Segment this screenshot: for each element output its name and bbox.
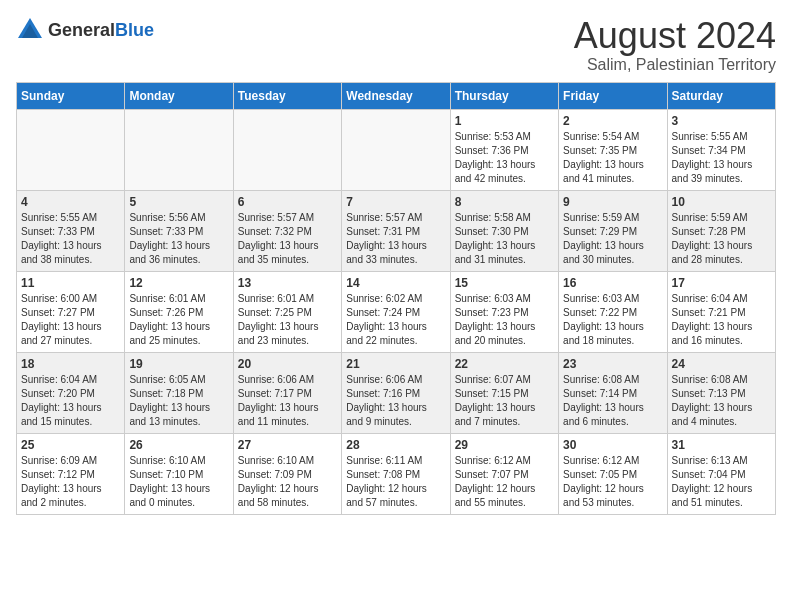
day-info: Sunrise: 5:59 AM Sunset: 7:29 PM Dayligh…: [563, 211, 662, 267]
logo-blue: Blue: [115, 20, 154, 40]
header: GeneralBlue August 2024 Salim, Palestini…: [16, 16, 776, 74]
day-number: 29: [455, 438, 554, 452]
week-row: 18Sunrise: 6:04 AM Sunset: 7:20 PM Dayli…: [17, 352, 776, 433]
day-info: Sunrise: 6:09 AM Sunset: 7:12 PM Dayligh…: [21, 454, 120, 510]
day-info: Sunrise: 6:06 AM Sunset: 7:17 PM Dayligh…: [238, 373, 337, 429]
calendar-cell: 17Sunrise: 6:04 AM Sunset: 7:21 PM Dayli…: [667, 271, 775, 352]
day-number: 20: [238, 357, 337, 371]
calendar-subtitle: Salim, Palestinian Territory: [574, 56, 776, 74]
calendar-cell: 23Sunrise: 6:08 AM Sunset: 7:14 PM Dayli…: [559, 352, 667, 433]
logo-icon: [16, 16, 44, 44]
day-info: Sunrise: 6:01 AM Sunset: 7:25 PM Dayligh…: [238, 292, 337, 348]
day-info: Sunrise: 6:03 AM Sunset: 7:23 PM Dayligh…: [455, 292, 554, 348]
day-number: 5: [129, 195, 228, 209]
calendar-cell: 24Sunrise: 6:08 AM Sunset: 7:13 PM Dayli…: [667, 352, 775, 433]
logo: GeneralBlue: [16, 16, 154, 44]
calendar-cell: 30Sunrise: 6:12 AM Sunset: 7:05 PM Dayli…: [559, 433, 667, 514]
calendar-cell: 6Sunrise: 5:57 AM Sunset: 7:32 PM Daylig…: [233, 190, 341, 271]
day-number: 4: [21, 195, 120, 209]
calendar-cell: 26Sunrise: 6:10 AM Sunset: 7:10 PM Dayli…: [125, 433, 233, 514]
day-info: Sunrise: 6:02 AM Sunset: 7:24 PM Dayligh…: [346, 292, 445, 348]
calendar-cell: 3Sunrise: 5:55 AM Sunset: 7:34 PM Daylig…: [667, 109, 775, 190]
calendar-cell: [233, 109, 341, 190]
day-info: Sunrise: 6:08 AM Sunset: 7:14 PM Dayligh…: [563, 373, 662, 429]
calendar-title: August 2024: [574, 16, 776, 56]
title-area: August 2024 Salim, Palestinian Territory: [574, 16, 776, 74]
day-number: 22: [455, 357, 554, 371]
day-number: 11: [21, 276, 120, 290]
day-info: Sunrise: 6:11 AM Sunset: 7:08 PM Dayligh…: [346, 454, 445, 510]
calendar-cell: 29Sunrise: 6:12 AM Sunset: 7:07 PM Dayli…: [450, 433, 558, 514]
day-number: 7: [346, 195, 445, 209]
calendar-cell: 19Sunrise: 6:05 AM Sunset: 7:18 PM Dayli…: [125, 352, 233, 433]
day-info: Sunrise: 5:53 AM Sunset: 7:36 PM Dayligh…: [455, 130, 554, 186]
day-number: 23: [563, 357, 662, 371]
calendar-cell: 31Sunrise: 6:13 AM Sunset: 7:04 PM Dayli…: [667, 433, 775, 514]
week-row: 25Sunrise: 6:09 AM Sunset: 7:12 PM Dayli…: [17, 433, 776, 514]
day-info: Sunrise: 5:55 AM Sunset: 7:34 PM Dayligh…: [672, 130, 771, 186]
day-info: Sunrise: 6:01 AM Sunset: 7:26 PM Dayligh…: [129, 292, 228, 348]
day-info: Sunrise: 6:10 AM Sunset: 7:10 PM Dayligh…: [129, 454, 228, 510]
day-number: 18: [21, 357, 120, 371]
calendar-cell: 1Sunrise: 5:53 AM Sunset: 7:36 PM Daylig…: [450, 109, 558, 190]
day-number: 8: [455, 195, 554, 209]
day-info: Sunrise: 6:12 AM Sunset: 7:07 PM Dayligh…: [455, 454, 554, 510]
day-info: Sunrise: 5:56 AM Sunset: 7:33 PM Dayligh…: [129, 211, 228, 267]
calendar-cell: 11Sunrise: 6:00 AM Sunset: 7:27 PM Dayli…: [17, 271, 125, 352]
calendar-cell: 10Sunrise: 5:59 AM Sunset: 7:28 PM Dayli…: [667, 190, 775, 271]
header-row: SundayMondayTuesdayWednesdayThursdayFrid…: [17, 82, 776, 109]
calendar-cell: 8Sunrise: 5:58 AM Sunset: 7:30 PM Daylig…: [450, 190, 558, 271]
day-info: Sunrise: 5:58 AM Sunset: 7:30 PM Dayligh…: [455, 211, 554, 267]
calendar-cell: 14Sunrise: 6:02 AM Sunset: 7:24 PM Dayli…: [342, 271, 450, 352]
day-number: 30: [563, 438, 662, 452]
day-number: 16: [563, 276, 662, 290]
header-cell-sunday: Sunday: [17, 82, 125, 109]
day-number: 14: [346, 276, 445, 290]
day-number: 12: [129, 276, 228, 290]
day-number: 31: [672, 438, 771, 452]
header-cell-saturday: Saturday: [667, 82, 775, 109]
day-number: 15: [455, 276, 554, 290]
day-info: Sunrise: 6:13 AM Sunset: 7:04 PM Dayligh…: [672, 454, 771, 510]
calendar-cell: 18Sunrise: 6:04 AM Sunset: 7:20 PM Dayli…: [17, 352, 125, 433]
day-info: Sunrise: 6:05 AM Sunset: 7:18 PM Dayligh…: [129, 373, 228, 429]
day-info: Sunrise: 5:57 AM Sunset: 7:31 PM Dayligh…: [346, 211, 445, 267]
day-number: 13: [238, 276, 337, 290]
header-cell-tuesday: Tuesday: [233, 82, 341, 109]
calendar-cell: 20Sunrise: 6:06 AM Sunset: 7:17 PM Dayli…: [233, 352, 341, 433]
day-number: 6: [238, 195, 337, 209]
day-number: 25: [21, 438, 120, 452]
calendar-cell: [342, 109, 450, 190]
week-row: 4Sunrise: 5:55 AM Sunset: 7:33 PM Daylig…: [17, 190, 776, 271]
day-number: 10: [672, 195, 771, 209]
day-number: 24: [672, 357, 771, 371]
day-info: Sunrise: 5:59 AM Sunset: 7:28 PM Dayligh…: [672, 211, 771, 267]
day-info: Sunrise: 6:07 AM Sunset: 7:15 PM Dayligh…: [455, 373, 554, 429]
day-info: Sunrise: 6:03 AM Sunset: 7:22 PM Dayligh…: [563, 292, 662, 348]
logo-text: GeneralBlue: [48, 20, 154, 41]
day-info: Sunrise: 5:57 AM Sunset: 7:32 PM Dayligh…: [238, 211, 337, 267]
calendar-cell: 4Sunrise: 5:55 AM Sunset: 7:33 PM Daylig…: [17, 190, 125, 271]
day-number: 3: [672, 114, 771, 128]
header-cell-friday: Friday: [559, 82, 667, 109]
day-number: 19: [129, 357, 228, 371]
calendar-cell: [125, 109, 233, 190]
day-number: 2: [563, 114, 662, 128]
header-cell-monday: Monday: [125, 82, 233, 109]
day-info: Sunrise: 6:06 AM Sunset: 7:16 PM Dayligh…: [346, 373, 445, 429]
day-info: Sunrise: 6:10 AM Sunset: 7:09 PM Dayligh…: [238, 454, 337, 510]
calendar-cell: 9Sunrise: 5:59 AM Sunset: 7:29 PM Daylig…: [559, 190, 667, 271]
day-info: Sunrise: 6:08 AM Sunset: 7:13 PM Dayligh…: [672, 373, 771, 429]
calendar-cell: 22Sunrise: 6:07 AM Sunset: 7:15 PM Dayli…: [450, 352, 558, 433]
day-info: Sunrise: 5:55 AM Sunset: 7:33 PM Dayligh…: [21, 211, 120, 267]
calendar-cell: 16Sunrise: 6:03 AM Sunset: 7:22 PM Dayli…: [559, 271, 667, 352]
day-info: Sunrise: 6:12 AM Sunset: 7:05 PM Dayligh…: [563, 454, 662, 510]
calendar-cell: 13Sunrise: 6:01 AM Sunset: 7:25 PM Dayli…: [233, 271, 341, 352]
day-number: 27: [238, 438, 337, 452]
day-info: Sunrise: 6:04 AM Sunset: 7:20 PM Dayligh…: [21, 373, 120, 429]
calendar-cell: 12Sunrise: 6:01 AM Sunset: 7:26 PM Dayli…: [125, 271, 233, 352]
calendar-cell: 25Sunrise: 6:09 AM Sunset: 7:12 PM Dayli…: [17, 433, 125, 514]
day-info: Sunrise: 6:04 AM Sunset: 7:21 PM Dayligh…: [672, 292, 771, 348]
calendar-table: SundayMondayTuesdayWednesdayThursdayFrid…: [16, 82, 776, 515]
day-number: 26: [129, 438, 228, 452]
